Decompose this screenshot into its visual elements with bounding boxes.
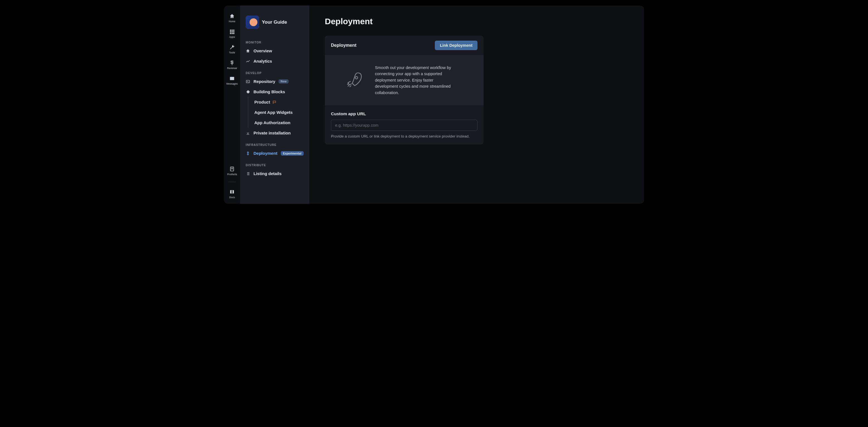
rail-divider bbox=[228, 182, 236, 182]
download-icon bbox=[246, 131, 250, 135]
custom-url-input[interactable] bbox=[331, 120, 477, 131]
rail-item-docs[interactable]: Docs bbox=[227, 189, 237, 199]
rail-item-home[interactable]: Home bbox=[226, 13, 238, 23]
rail-item-products[interactable]: Products bbox=[227, 166, 237, 176]
hero-description: Smooth out your development workflow by … bbox=[375, 65, 456, 96]
section-label-distribute: DISTRIBUTE bbox=[240, 158, 309, 168]
rail-label: Apps bbox=[229, 36, 235, 38]
nav-label: Overview bbox=[253, 48, 272, 53]
main-content: Deployment Deployment Link Deployment Sm… bbox=[309, 6, 644, 204]
wrench-icon bbox=[229, 44, 235, 50]
rail-item-revenue[interactable]: Revenue bbox=[226, 60, 238, 70]
card-header: Deployment Link Deployment bbox=[325, 36, 484, 55]
nav-private-install[interactable]: Private installation bbox=[240, 128, 309, 138]
rail-label: Docs bbox=[229, 196, 235, 199]
custom-url-label: Custom app URL bbox=[331, 111, 477, 117]
nav-label: Analytics bbox=[253, 59, 272, 63]
nav-sub-product[interactable]: Product bbox=[248, 97, 309, 107]
app-logo bbox=[246, 15, 259, 29]
custom-url-helper: Provide a custom URL or link deployment … bbox=[331, 134, 477, 138]
badge-new: New bbox=[279, 79, 288, 84]
rail-bottom-group: Products Docs bbox=[227, 166, 237, 204]
deployment-card: Deployment Link Deployment Smooth out yo… bbox=[325, 36, 484, 144]
nav-sub-agent-widgets[interactable]: Agent App Widgets bbox=[248, 107, 309, 118]
badge-experimental: Experimental bbox=[281, 151, 304, 156]
rail-item-tools[interactable]: Tools bbox=[226, 44, 238, 54]
home-icon bbox=[246, 49, 250, 53]
deploy-icon bbox=[246, 151, 250, 156]
svg-rect-6 bbox=[230, 33, 231, 34]
rail-label: Home bbox=[229, 20, 235, 23]
sheet-icon bbox=[229, 166, 235, 172]
card-header-title: Deployment bbox=[331, 43, 356, 48]
rail-label: Tools bbox=[229, 51, 235, 54]
nav-building-blocks[interactable]: Building Blocks bbox=[240, 87, 309, 97]
nav-label: Listing details bbox=[253, 171, 282, 176]
terminal-icon bbox=[246, 79, 250, 84]
apps-grid-icon bbox=[229, 29, 235, 34]
nav-sub-label: Product bbox=[254, 100, 270, 104]
rail-top-group: Home Apps Tools Revenue bbox=[226, 13, 238, 166]
nav-repository[interactable]: Repository New bbox=[240, 76, 309, 87]
app-title: Your Guide bbox=[262, 20, 287, 25]
nav-overview[interactable]: Overview bbox=[240, 46, 309, 56]
mail-icon bbox=[229, 76, 235, 81]
svg-rect-3 bbox=[230, 31, 231, 32]
nav-label: Deployment bbox=[253, 151, 277, 156]
page-title: Deployment bbox=[325, 17, 628, 26]
app-window: Home Apps Tools Revenue bbox=[224, 6, 644, 204]
svg-rect-5 bbox=[233, 31, 234, 32]
nav-listing-details[interactable]: Listing details bbox=[240, 168, 309, 179]
book-icon bbox=[229, 189, 235, 195]
nav-deployment[interactable]: Deployment Experimental bbox=[240, 148, 309, 158]
dollar-icon bbox=[229, 60, 235, 66]
svg-rect-1 bbox=[231, 30, 232, 31]
svg-rect-0 bbox=[230, 30, 231, 31]
svg-rect-8 bbox=[233, 33, 234, 34]
rail-label: Revenue bbox=[227, 67, 237, 70]
svg-point-11 bbox=[355, 76, 358, 79]
svg-rect-2 bbox=[233, 30, 234, 31]
app-header: Your Guide bbox=[240, 10, 309, 36]
home-icon bbox=[229, 13, 235, 19]
nav-analytics[interactable]: Analytics bbox=[240, 56, 309, 66]
rail-item-messages[interactable]: Messages bbox=[226, 76, 238, 85]
section-label-infra: INFRASTRUCTURE bbox=[240, 138, 309, 148]
sidebar: Your Guide MONITOR Overview Analytics DE… bbox=[240, 6, 309, 204]
nav-label: Repository bbox=[253, 79, 275, 84]
rail-label: Products bbox=[227, 173, 237, 176]
svg-rect-7 bbox=[231, 33, 232, 34]
nav-sub-label: Agent App Widgets bbox=[254, 110, 293, 115]
puzzle-icon bbox=[246, 90, 250, 94]
nav-sub-app-auth[interactable]: App Authorization bbox=[248, 118, 309, 128]
nav-sub-label: App Authorization bbox=[254, 120, 290, 125]
svg-rect-4 bbox=[231, 31, 232, 32]
card-hero: Smooth out your development workflow by … bbox=[325, 55, 484, 105]
section-label-monitor: MONITOR bbox=[240, 36, 309, 46]
rocket-icon bbox=[344, 70, 364, 90]
chat-icon bbox=[273, 100, 276, 104]
nav-label: Private installation bbox=[253, 131, 290, 135]
rail-nav: Home Apps Tools Revenue bbox=[224, 6, 240, 204]
section-label-develop: DEVELOP bbox=[240, 66, 309, 76]
custom-url-section: Custom app URL Provide a custom URL or l… bbox=[325, 105, 484, 144]
rail-label: Messages bbox=[226, 83, 238, 85]
chart-line-icon bbox=[246, 59, 250, 63]
link-deployment-button[interactable]: Link Deployment bbox=[435, 41, 477, 50]
list-icon bbox=[246, 171, 250, 176]
nav-label: Building Blocks bbox=[253, 89, 285, 94]
svg-rect-10 bbox=[246, 80, 250, 83]
rail-item-apps[interactable]: Apps bbox=[226, 29, 238, 38]
